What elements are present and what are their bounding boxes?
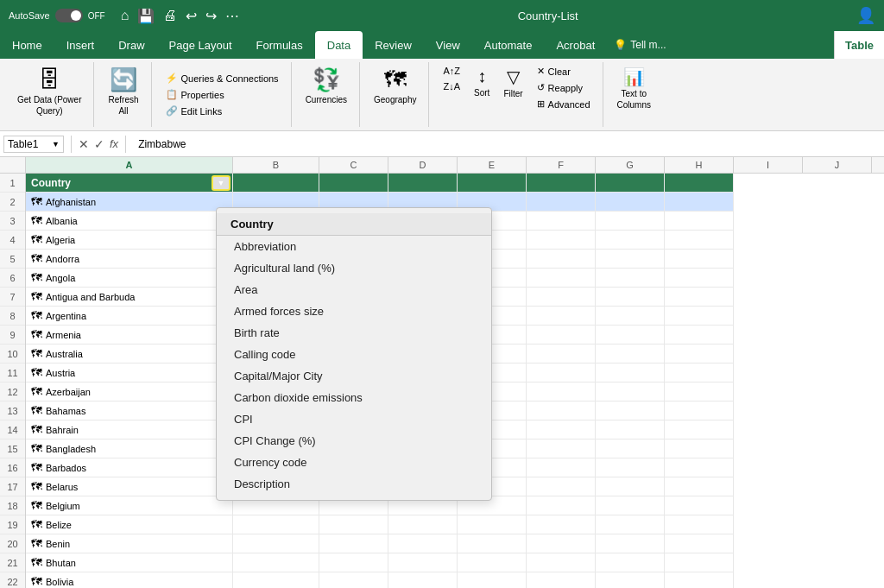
clear-button[interactable]: ✕ Clear [532,64,596,79]
cell-a3[interactable]: 🗺Albania [26,212,233,230]
sort-za-button[interactable]: Z↓A [438,79,465,93]
advanced-button[interactable]: ⊞ Advanced [532,97,596,111]
col-header-g[interactable]: G [596,157,665,173]
refresh-all-button[interactable]: 🔄 Refresh All [103,64,143,118]
row-num-22: 22 [0,572,25,588]
table-row[interactable]: 🗺Benin [26,534,734,553]
more-icon[interactable]: ⋯ [225,8,239,24]
formula-input[interactable]: Zimbabwe [133,136,881,152]
dropdown-item-description[interactable]: Description [217,473,491,495]
text-columns-icon: 📊 [623,66,645,87]
sort-button[interactable]: ↕ Sort [469,64,495,100]
tab-view[interactable]: View [424,31,472,59]
header-cell-e[interactable] [458,174,527,192]
text-to-columns-button[interactable]: 📊 Text to Columns [612,64,656,112]
row-num-header [0,157,26,173]
properties-button[interactable]: 📋 Properties [161,87,284,102]
col-header-d[interactable]: D [388,157,458,173]
dropdown-item-birth-rate[interactable]: Birth rate [217,322,491,344]
cell-h2[interactable] [665,193,734,211]
off-label: OFF [88,11,105,21]
home-icon[interactable]: ⌂ [121,8,129,24]
flag-icon: 🗺 [31,347,42,360]
tab-acrobat[interactable]: Acrobat [544,31,607,59]
geography-button[interactable]: 🗺 Geography [369,64,421,107]
flag-icon: 🗺 [31,537,42,550]
header-cell-b[interactable] [233,174,319,192]
tell-me[interactable]: 💡 Tell m... [607,31,672,59]
table-tab[interactable]: Table [834,31,884,59]
col-header-h[interactable]: H [665,157,734,173]
currencies-label: Currencies [306,95,347,104]
cell-a4[interactable]: 🗺Algeria [26,231,233,249]
dropdown-item-currency-code[interactable]: Currency code [217,452,491,473]
col-header-e[interactable]: E [458,157,527,173]
sort-az-icon: A↑Z [443,66,460,76]
dropdown-item-agricultural[interactable]: Agricultural land (%) [217,257,491,279]
dropdown-item-abbreviation[interactable]: Abbreviation [217,236,491,257]
redo-icon[interactable]: ↪ [205,8,217,24]
col-header-c[interactable]: C [319,157,388,173]
header-cell-h[interactable] [665,174,734,192]
tab-page-layout[interactable]: Page Layout [157,31,244,59]
dropdown-item-co2[interactable]: Carbon dioxide emissions [217,387,491,408]
cell-g2[interactable] [596,193,665,211]
tab-data[interactable]: Data [315,31,363,59]
row-num-1: 1 [0,174,25,193]
header-cell-g[interactable] [596,174,665,192]
dropdown-item-cpi[interactable]: CPI [217,408,491,430]
col-header-b[interactable]: B [233,157,319,173]
column-filter-button[interactable]: ▼ [212,175,230,191]
tab-draw[interactable]: Draw [106,31,156,59]
dropdown-item-capital[interactable]: Capital/Major City [217,365,491,387]
flag-icon: 🗺 [31,195,42,208]
flag-icon: 🗺 [31,518,42,531]
table-row[interactable]: 🗺Bolivia [26,572,734,588]
flag-icon: 🗺 [31,233,42,246]
save-icon[interactable]: 💾 [137,8,155,24]
dropdown-item-calling-code[interactable]: Calling code [217,344,491,365]
col-header-i[interactable]: I [734,157,803,173]
cell-a2[interactable]: 🗺Afghanistan [26,193,233,211]
queries-connections-button[interactable]: ⚡ Queries & Connections [161,71,284,85]
tab-home[interactable]: Home [0,31,54,59]
header-cell-c[interactable] [319,174,388,192]
edit-links-button[interactable]: 🔗 Edit Links [161,104,284,118]
filter-button[interactable]: ▽ Filter [498,64,527,101]
cell-reference[interactable]: Table1 ▼ [3,136,64,153]
row-num-9: 9 [0,326,25,345]
col-header-f[interactable]: F [527,157,596,173]
tab-insert[interactable]: Insert [54,31,107,59]
header-cell-f[interactable] [527,174,596,192]
sort-az-button[interactable]: A↑Z [438,64,465,78]
dropdown-item-area[interactable]: Area [217,279,491,300]
row-num-3: 3 [0,212,25,231]
get-data-button[interactable]: 🗄 Get Data (Power Query) [12,64,86,118]
get-data-icon: 🗄 [38,66,60,93]
dropdown-item-cpi-change[interactable]: CPI Change (%) [217,430,491,452]
tab-formulas[interactable]: Formulas [244,31,315,59]
dropdown-item-armed-forces[interactable]: Armed forces size [217,300,491,322]
col-header-j[interactable]: J [803,157,872,173]
formula-icons: ✕ ✓ fx [79,137,118,151]
tab-review[interactable]: Review [363,31,424,59]
currencies-button[interactable]: 💱 Currencies [300,64,352,107]
cell-f2[interactable] [527,193,596,211]
formula-confirm-icon[interactable]: ✓ [94,137,104,151]
reapply-button[interactable]: ↺ Reapply [532,80,596,95]
header-cell-country[interactable]: Country ▼ [26,174,233,192]
table-row[interactable]: 🗺Belize [26,515,734,534]
account-icon: 👤 [856,6,875,25]
tab-automate[interactable]: Automate [472,31,545,59]
row-num-19: 19 [0,515,25,534]
header-cell-d[interactable] [388,174,458,192]
undo-icon[interactable]: ↩ [186,8,197,24]
row-num-6: 6 [0,269,25,288]
row-numbers: 1 2 3 4 5 6 7 8 9 10 11 12 13 14 15 16 1… [0,174,26,588]
formula-cancel-icon[interactable]: ✕ [79,137,89,151]
autosave-toggle[interactable] [55,9,83,22]
print-icon[interactable]: 🖨 [163,8,177,24]
col-header-a[interactable]: A [26,157,233,173]
cell-ref-dropdown[interactable]: ▼ [52,140,60,149]
table-row[interactable]: 🗺Bhutan [26,553,734,572]
